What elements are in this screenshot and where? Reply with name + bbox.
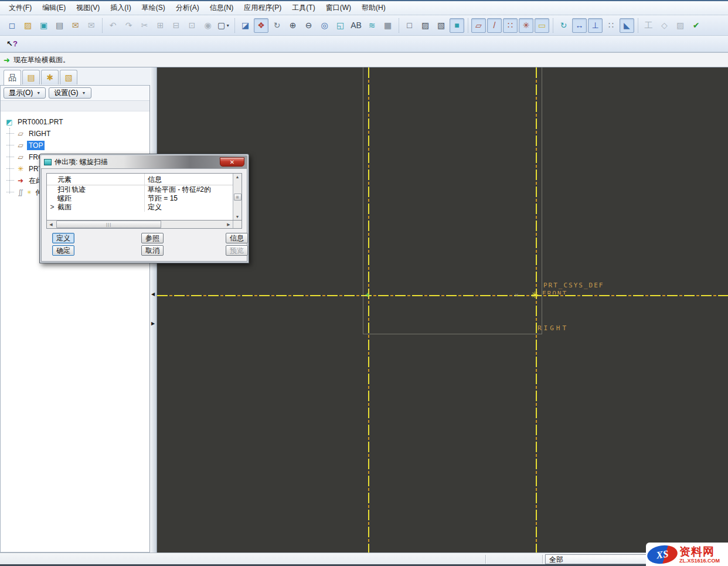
- expand-panel-icon[interactable]: ▶: [151, 321, 155, 326]
- open-file-button[interactable]: ▨: [21, 18, 35, 33]
- dialog-buttons: 定义 确定 参照 取消 信息 预览: [46, 233, 242, 257]
- selection-filter-combo[interactable]: 全部: [545, 554, 649, 564]
- settings-dropdown[interactable]: 设置(G) ▼: [49, 87, 91, 99]
- hscroll-track[interactable]: |||: [55, 221, 224, 228]
- collapse-panel-icon[interactable]: ◀: [151, 292, 155, 297]
- feature-pending-icon: ✳: [27, 189, 32, 195]
- dialog-table-row[interactable]: 扫引轨迹草绘平面 - 特征#2的: [47, 185, 233, 194]
- context-help-button[interactable]: ↖?: [4, 38, 21, 50]
- email-icon: ✉: [72, 21, 79, 29]
- tab-model-tree[interactable]: 品: [4, 70, 21, 86]
- dialog-titlebar[interactable]: 伸出项: 螺旋扫描 ✕: [41, 155, 247, 168]
- show-dropdown[interactable]: 显示(O) ▼: [4, 87, 46, 99]
- close-button[interactable]: ✕: [220, 157, 244, 167]
- datum-graph-button[interactable]: ❖: [254, 18, 268, 33]
- save-button[interactable]: ▣: [36, 18, 51, 33]
- datum-plane-icon: ▱: [16, 141, 25, 150]
- info-button[interactable]: 信息: [226, 233, 248, 243]
- preview-button[interactable]: 预览: [226, 245, 248, 256]
- menu-edit[interactable]: 编辑(E): [37, 1, 71, 15]
- ok-button[interactable]: 确定: [52, 245, 74, 256]
- menu-info[interactable]: 信息(N): [205, 1, 239, 15]
- copy-button: ⊞: [153, 18, 168, 33]
- scroll-up-icon[interactable]: ▲: [236, 174, 240, 180]
- vertex-display-button[interactable]: ◣: [620, 18, 634, 33]
- row-expand-marker: >: [47, 203, 57, 212]
- sketch-orient-button[interactable]: ↻: [556, 18, 571, 33]
- centerline-horizontal: [157, 295, 728, 296]
- help-question-icon: ?: [13, 39, 18, 48]
- view-manager-button[interactable]: ▦: [380, 18, 395, 33]
- panel-splitter[interactable]: ◀ ▶: [150, 67, 157, 553]
- element-name: 截面: [57, 203, 144, 212]
- accept-button[interactable]: ✔: [689, 18, 703, 33]
- select-box-button[interactable]: ▢▼: [216, 18, 231, 33]
- zoom-out-button[interactable]: ⊖: [301, 18, 316, 33]
- menu-tools[interactable]: 工具(T): [287, 1, 320, 15]
- dimension-display-button[interactable]: ↔: [572, 18, 587, 33]
- scroll-right-icon[interactable]: ▶: [224, 222, 233, 227]
- tag-display-button[interactable]: ▭: [535, 18, 549, 33]
- hidden-line-button[interactable]: ▨: [418, 18, 433, 33]
- element-name: 扫引轨迹: [57, 185, 144, 194]
- folder-browser-icon: ▤: [27, 73, 35, 82]
- menu-view[interactable]: 视图(V): [71, 1, 105, 15]
- zoom-in-button[interactable]: ⊕: [285, 18, 300, 33]
- menu-insert[interactable]: 插入(I): [105, 1, 136, 15]
- menu-file[interactable]: 文件(F): [4, 1, 37, 15]
- references-button[interactable]: 参照: [141, 233, 164, 243]
- new-file-button[interactable]: ◻: [5, 18, 19, 33]
- layers-button[interactable]: ≋: [365, 18, 379, 33]
- table-header: 元素 信息: [47, 174, 233, 185]
- dialog-table-row[interactable]: >截面定义: [47, 203, 233, 212]
- main-toolbar: ◻▨▣▤✉✉↶↷✂⊞⊟⊡◉▢▼◪❖↻⊕⊖◎◱AB≋▦□▨▧■▱/∷✳▭↻↔⊥∷◣…: [0, 15, 728, 36]
- menu-applications[interactable]: 应用程序(P): [239, 1, 287, 15]
- dialog-table-row[interactable]: 螺距节距 = 15: [47, 194, 233, 203]
- vscroll-thumb[interactable]: ≡: [234, 194, 241, 201]
- email-button[interactable]: ✉: [68, 18, 83, 33]
- shaded-button[interactable]: ■: [450, 18, 464, 33]
- print-icon: ▤: [56, 21, 63, 29]
- tab-favorites[interactable]: ✱: [41, 70, 59, 84]
- menu-analysis[interactable]: 分析(A): [171, 1, 205, 15]
- chevron-down-icon: ▼: [226, 23, 230, 28]
- tree-item-top-plane[interactable]: ▱TOP: [1, 140, 149, 151]
- sketch-view-button[interactable]: ◪: [238, 18, 253, 33]
- cancel-button[interactable]: 取消: [141, 245, 164, 256]
- point-display-button[interactable]: ∷: [503, 18, 518, 33]
- no-hidden-button[interactable]: ▧: [434, 18, 448, 33]
- hscroll-thumb[interactable]: |||: [56, 221, 161, 228]
- csys-display-button[interactable]: ✳: [519, 18, 533, 33]
- define-button[interactable]: 定义: [52, 233, 74, 243]
- tab-folder-browser[interactable]: ▤: [22, 70, 40, 84]
- print-button[interactable]: ▤: [52, 18, 67, 33]
- horizontal-scrollbar[interactable]: ◀ ||| ▶: [46, 220, 242, 229]
- watermark-site: ZL.XS1616.COM: [679, 558, 720, 564]
- vertical-scrollbar[interactable]: ▲ ≡ ▼: [233, 174, 241, 220]
- zoom-window-button[interactable]: ◎: [317, 18, 332, 33]
- column-element: 元素: [57, 175, 144, 185]
- menu-help[interactable]: 帮助(H): [356, 1, 391, 15]
- element-info: 草绘平面 - 特征#2的: [144, 185, 233, 194]
- toolbar-group-sketcher-display: ↻↔⊥∷◣: [553, 18, 637, 33]
- constraint-display-button[interactable]: ⊥: [588, 18, 603, 33]
- tab-connections[interactable]: ▧: [60, 70, 77, 84]
- reorient-button[interactable]: ◱: [333, 18, 348, 33]
- menu-window[interactable]: 窗口(W): [321, 1, 356, 15]
- graphics-area[interactable]: ✳ + × PRT_CSYS_DEF FRONT RIGHT: [157, 67, 728, 553]
- connections-icon: ▧: [64, 73, 72, 82]
- refit-button[interactable]: ↻: [270, 18, 284, 33]
- tree-item-part[interactable]: ◩PRT0001.PRT: [1, 116, 149, 128]
- menu-sketch[interactable]: 草绘(S): [137, 1, 171, 15]
- tree-connector-line: [9, 128, 10, 194]
- wireframe-button[interactable]: □: [402, 18, 417, 33]
- plane-display-button[interactable]: ▱: [471, 18, 486, 33]
- axis-display-button[interactable]: /: [487, 18, 502, 33]
- wireframe-icon: □: [407, 21, 411, 29]
- scroll-down-icon[interactable]: ▼: [236, 213, 240, 220]
- scroll-left-icon[interactable]: ◀: [47, 222, 55, 227]
- grid-display-button[interactable]: ∷: [604, 18, 618, 33]
- tree-item-right-plane[interactable]: ▱RIGHT: [1, 128, 149, 140]
- named-views-button[interactable]: AB: [349, 18, 363, 33]
- centerline-vertical-right: [536, 67, 537, 553]
